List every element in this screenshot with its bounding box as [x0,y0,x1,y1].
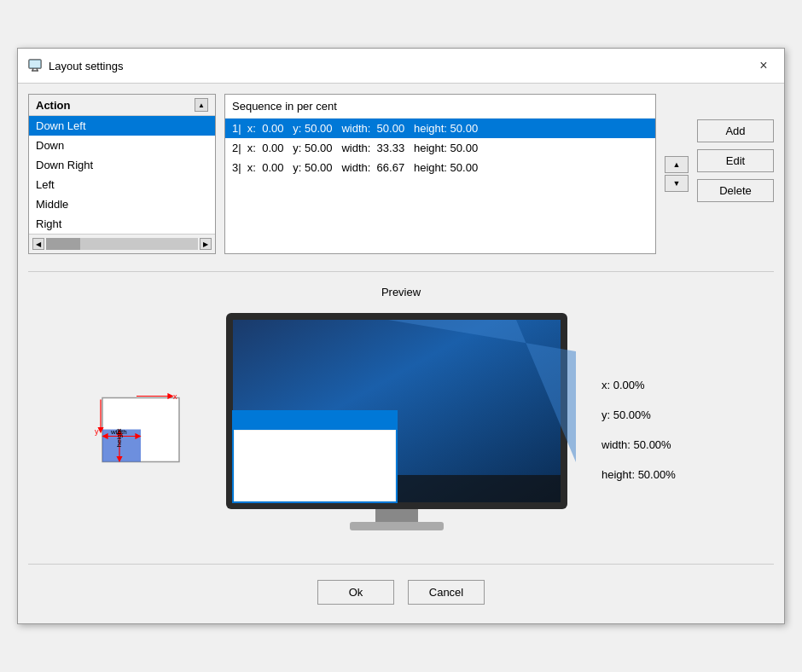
list-item[interactable]: Middle [29,194,215,214]
preview-label: Preview [381,286,421,298]
action-list: Down Left Down Down Right Left Middle Ri… [29,116,215,234]
svg-text:y: y [95,426,99,435]
main-content: Action ▲ Down Left Down Down Right Left … [18,84,784,623]
list-item[interactable]: Down Left [29,116,215,136]
list-item[interactable]: Down Right [29,155,215,175]
sequence-item[interactable]: 1| x: 0.00 y: 50.00 width: 50.00 height:… [225,119,655,138]
monitor-svg [218,309,576,547]
svg-text:x: x [173,391,177,400]
close-button[interactable]: × [753,55,774,76]
preview-height: height: 50.00% [602,468,712,481]
dialog-title: Layout settings [49,60,123,72]
svg-text:height: height [115,427,123,447]
middle-section: Sequence in per cent 1| x: 0.00 y: 50.00… [224,94,689,254]
svg-rect-24 [350,522,444,530]
footer-divider [28,564,774,565]
title-bar-left: Layout settings [28,59,123,72]
sequence-order-controls: ▲ ▼ [665,94,689,254]
scroll-left-arrow[interactable]: ◀ [32,238,44,250]
svg-rect-23 [375,509,418,522]
add-button[interactable]: Add [697,119,774,142]
svg-rect-21 [233,411,397,430]
sequence-down-button[interactable]: ▼ [665,175,689,192]
list-item[interactable]: Right [29,214,215,234]
monitor-icon [28,59,42,72]
title-bar: Layout settings × [18,49,784,84]
diagram-svg: x y width height [90,387,192,472]
action-buttons: Add Edit Delete [697,94,774,254]
delete-button[interactable]: Delete [697,179,774,202]
scroll-right-arrow[interactable]: ▶ [200,238,212,250]
monitor-preview [218,309,576,550]
action-list-container: Action ▲ Down Left Down Down Right Left … [28,94,216,254]
preview-width: width: 50.00% [602,438,712,451]
list-item[interactable]: Left [29,175,215,194]
action-scroll-up[interactable]: ▲ [195,98,208,112]
sequence-header: Sequence in per cent [225,95,655,119]
action-list-header: Action ▲ [29,95,215,116]
section-divider [28,271,774,272]
sequence-item[interactable]: 2| x: 0.00 y: 50.00 width: 33.33 height:… [225,138,655,158]
preview-values: x: 0.00% y: 50.00% width: 50.00% height:… [602,379,712,481]
layout-diagram: x y width height [90,387,192,472]
cancel-button[interactable]: Cancel [408,580,485,605]
sequence-container: Sequence in per cent 1| x: 0.00 y: 50.00… [224,94,656,254]
preview-y: y: 50.00% [602,408,712,421]
svg-rect-22 [235,431,395,501]
ok-button[interactable]: Ok [317,580,394,605]
list-item[interactable]: Down [29,136,215,155]
sequence-up-button[interactable]: ▲ [665,156,689,173]
preview-section: Preview [28,279,774,557]
preview-x: x: 0.00% [602,379,712,391]
layout-settings-dialog: Layout settings × Action ▲ Down Left Dow… [17,48,785,624]
edit-button[interactable]: Edit [697,149,774,172]
sequence-item[interactable]: 3| x: 0.00 y: 50.00 width: 66.67 height:… [225,158,655,177]
footer-buttons: Ok Cancel [28,571,774,613]
sequence-list: 1| x: 0.00 y: 50.00 width: 50.00 height:… [225,119,655,253]
svg-rect-1 [29,60,41,68]
action-header-label: Action [36,99,70,112]
preview-content: x y width height [28,309,774,550]
action-list-footer: ◀ ▶ [29,234,215,253]
scrollbar-thumb [46,238,80,250]
top-section: Action ▲ Down Left Down Down Right Left … [28,94,774,254]
scrollbar-track[interactable] [46,238,198,250]
